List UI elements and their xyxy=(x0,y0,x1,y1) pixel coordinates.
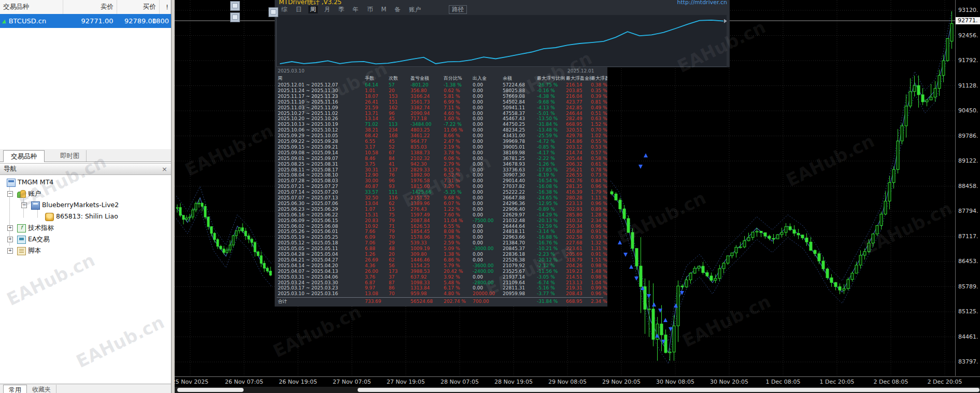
stats-cell: 2025.06.09 ~ 2025.06.15 xyxy=(278,218,365,224)
stats-cell: 2025.07.28 ~ 2025.08.03 xyxy=(278,178,365,184)
stats-cell: 22629.97 xyxy=(503,212,537,218)
tab-symbols[interactable]: 交易品种 xyxy=(3,150,45,162)
expander-icon[interactable]: − xyxy=(21,202,27,208)
stats-cell: 22906.40 xyxy=(503,207,537,212)
tree-item-label: BlueberryMarkets-Live2 xyxy=(42,201,119,209)
stats-cell: 45 xyxy=(389,139,410,144)
stats-cell: -6.74 % xyxy=(537,280,566,286)
tree-item-terminal[interactable]: TMGM MT4 xyxy=(0,177,171,187)
stats-cell: 0.53 % xyxy=(591,144,607,150)
stats-cell: 84 xyxy=(389,156,410,162)
expander-icon[interactable]: − xyxy=(7,191,13,197)
stats-cell: 2025.03.31 ~ 2025.04.06 xyxy=(278,274,365,280)
tree-item-accounts[interactable]: −账户 xyxy=(0,188,171,199)
stats-cell: 20959.98 xyxy=(503,291,537,297)
stats-cell: 151 xyxy=(389,99,410,105)
floating-window-button-1[interactable] xyxy=(230,1,240,11)
mtdriver-menu-item[interactable]: 账户 xyxy=(407,6,422,13)
tree-item-server[interactable]: −BlueberryMarkets-Live2 xyxy=(0,200,171,210)
tab-common[interactable]: 常用 xyxy=(3,385,27,393)
stats-cell: -1.38 % xyxy=(444,82,473,88)
tree-item-ea[interactable]: +EA交易 xyxy=(0,234,171,244)
stats-cell: 2829.33 xyxy=(410,167,444,173)
stats-cell: -2800.00 xyxy=(473,280,503,286)
scrollbar-thumb[interactable] xyxy=(177,388,244,392)
panel-splitter[interactable] xyxy=(172,0,175,393)
column-bid[interactable]: 卖价 xyxy=(63,0,117,14)
tree-item-indicator[interactable]: +f技术指标 xyxy=(0,223,171,233)
tab-favorites[interactable]: 收藏夹 xyxy=(27,385,56,393)
mtdriver-menu-item[interactable]: 日 xyxy=(294,6,304,13)
expander-icon[interactable]: + xyxy=(7,237,13,242)
stats-cell: -25.59 % xyxy=(537,133,566,139)
path-button[interactable]: 路径 xyxy=(449,5,467,14)
stats-cell: 320.51 xyxy=(566,127,591,133)
stats-cell: 0.00 xyxy=(473,235,503,240)
stats-cell: 0.51 % xyxy=(591,111,607,117)
horizontal-scrollbar[interactable] xyxy=(175,387,980,393)
market-watch-row-btcusd[interactable]: ▲BTCUSD.cn 92771.00 92789.00 1800 xyxy=(0,14,171,28)
stats-cell: 18.07 xyxy=(365,94,389,99)
close-icon[interactable]: × xyxy=(162,165,171,173)
stats-cell: 0.00 xyxy=(473,285,503,291)
stats-cell: 4.36 xyxy=(365,263,389,269)
stats-cell: 206.32 xyxy=(566,162,591,167)
stats-cell: 57669.08 xyxy=(503,94,537,99)
stats-cell: 合计 xyxy=(278,299,365,304)
tree-item-script[interactable]: +脚本 xyxy=(0,245,171,256)
mtdriver-menu-item[interactable]: 备 xyxy=(393,6,402,13)
stats-cell: 6.07 % xyxy=(444,201,473,207)
stats-cell: 0.00 xyxy=(473,99,503,105)
stats-cell: 5.79 % xyxy=(444,263,473,269)
stats-cell: 5.48 % xyxy=(444,280,473,286)
mtdriver-menu-item[interactable]: 币 xyxy=(365,6,375,13)
stats-cell: 1.26 xyxy=(365,252,389,257)
stats-cell: 1597.49 xyxy=(410,212,444,218)
stats-cell: 2.34 % xyxy=(591,299,607,304)
stats-cell: 13.04 xyxy=(365,201,389,207)
column-ask[interactable]: 买价 xyxy=(117,0,160,14)
stats-cell: 2025.07.14 ~ 2025.07.20 xyxy=(278,190,365,195)
mtdriver-menu-item[interactable]: 月 xyxy=(323,6,332,13)
stats-cell: 113 xyxy=(389,122,410,127)
stats-cell: 173 xyxy=(389,269,410,274)
floating-window-button-2[interactable] xyxy=(230,12,240,22)
stats-cell: 223.61 xyxy=(566,246,591,252)
stats-table-row: 2025.07.14 ~ 2025.07.2033.57111-1425.66-… xyxy=(278,190,607,195)
current-price-tag: 92771. xyxy=(956,17,980,24)
tab-tick-chart[interactable]: 即时图 xyxy=(54,150,87,162)
mtdriver-menu-item[interactable]: 周 xyxy=(308,6,318,13)
mtdriver-url-link[interactable]: http://mtdriver.cn xyxy=(677,0,727,6)
mtdriver-menu-item[interactable]: M xyxy=(380,6,388,13)
market-watch-tabs: 交易品种 即时图 xyxy=(0,149,171,162)
stats-cell: -16.38 % xyxy=(537,190,566,195)
price-axis-label: 88458. xyxy=(958,183,978,190)
column-symbol[interactable]: 交易品种 xyxy=(0,0,63,14)
mtdriver-menu-item[interactable]: 年 xyxy=(351,6,361,13)
stats-cell: 26647.88 xyxy=(503,195,537,201)
stats-cell: 0.91 % xyxy=(591,229,607,235)
stats-cell: 0.81 % xyxy=(591,99,607,105)
mtdriver-menu-item[interactable]: 综 xyxy=(280,6,289,13)
stats-col-header: 盈亏金额 xyxy=(410,76,444,81)
tree-item-user[interactable]: 865813: Shilin Liao xyxy=(0,211,171,222)
ea-icon xyxy=(17,236,26,244)
expander-icon[interactable]: + xyxy=(7,248,13,254)
time-axis-label: 2 Dec 08:05 xyxy=(862,379,919,385)
price-axis[interactable]: 93120.92456.91792.91128.90450.89786.8912… xyxy=(956,0,980,376)
mtdriver-menu-item[interactable]: 季 xyxy=(337,6,346,13)
scrollbar-thumb[interactable] xyxy=(358,388,979,392)
stats-cell: 24818.11 xyxy=(503,229,537,235)
time-axis[interactable]: 25 Nov 202526 Nov 07:0526 Nov 19:0527 No… xyxy=(175,376,980,387)
stats-cell: 86 xyxy=(389,285,410,291)
trade-arrow-icon xyxy=(629,265,633,269)
stats-cell: 242.76 xyxy=(566,178,591,184)
stats-table-row: 2025.03.17 ~ 2025.03.239.97861313.846.17… xyxy=(278,285,607,291)
stats-col-header: 周 xyxy=(278,76,365,81)
stats-cell: 27037.82 xyxy=(503,184,537,190)
floating-window-button-3[interactable] xyxy=(268,7,278,17)
stats-table-row: 2025.06.16 ~ 2025.06.2215.31751597.497.6… xyxy=(278,212,607,218)
stats-cell: 0.00 xyxy=(473,207,503,212)
column-alert[interactable]: ! xyxy=(160,0,171,14)
expander-icon[interactable]: + xyxy=(7,225,13,231)
